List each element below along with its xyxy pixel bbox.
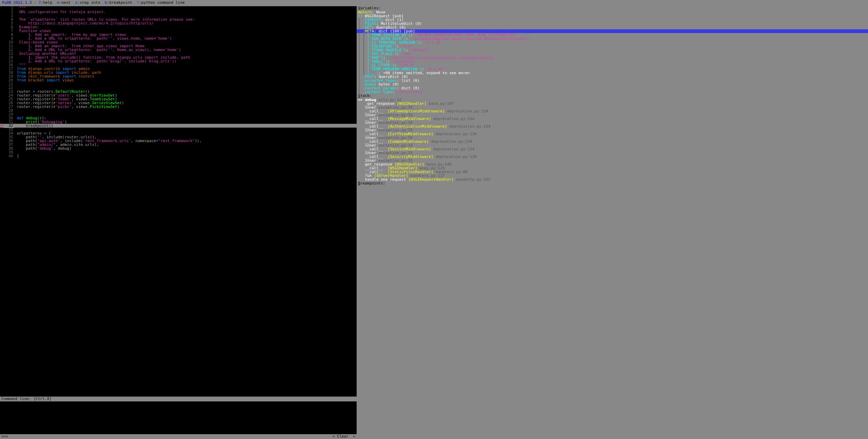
variable-row[interactable]: r: WSGIRequest [pub] [357,14,868,18]
code-line[interactable]: 5 https://docs.djangoproject.com/en/4.2/… [0,21,357,25]
line-source: ] [17,154,19,158]
code-line[interactable]: 15 2. Add a URL to urlpatterns: path('bl… [0,59,357,63]
line-source: path('debug', debug) [17,146,72,151]
variable-row[interactable]: | | [...]: <98 items omitted, expand to … [357,71,868,75]
variable-row[interactable]: | | ['COLORFGBG']: '7;0' [357,44,868,48]
variable-row[interactable]: | .content_type: 'text/plain' [357,90,868,94]
code-line[interactable]: 20 from bracket import views [0,78,357,82]
variable-row[interactable]: | | ['PWD']: '/Users/juhis/code/pudotusp… [357,56,868,60]
command-line-output [0,401,357,434]
command-line-prompt[interactable]: >>> [1,435,333,439]
variable-row[interactable]: | .POST: QueryDict (0) [357,75,868,79]
variable-row[interactable]: | .FILES: MultiValueDict (0) [357,22,868,26]
stack-frame[interactable]: __call__ [CommonMiddleware] deprecation.… [357,140,868,143]
stack-header[interactable]: Stack: [357,94,868,98]
variable-row[interactable]: | .content_params: dict (0) [357,86,868,90]
source-code-pane[interactable]: 1 """2 URL configuration for tietaja pro… [0,6,357,397]
line-source: router.register(r'picks', views.PicksVie… [17,104,120,109]
stack-frame[interactable]: handle_one_request [WSGIRequestHandler] … [357,178,868,181]
code-line[interactable]: 29 [0,112,357,116]
stack-frame[interactable]: _get_response [WSGIHandler] base.py:197 [357,102,868,106]
code-line[interactable]: 21 [0,82,357,86]
stack-frame[interactable]: __call__ [MessageMiddleware] deprecation… [357,117,868,121]
variable-row[interactable]: | .body: bytes (0) [357,82,868,86]
line-source: from bracket import views [17,78,74,82]
breakpoints-header[interactable]: Breakpoints: [357,181,868,186]
stack-frame[interactable]: __call__ [AuthenticationMiddleware] depr… [357,124,868,128]
stack-frame[interactable]: __call__ [XFrameOptionsMiddleware] depre… [357,109,868,113]
title-bar: PuDB 2022.1.3 - ?:help n:next s:step int… [0,0,868,6]
variable-row[interactable]: | .accepted_types: list (6) [357,79,868,82]
clear-button[interactable]: < Clear > [333,435,355,439]
code-line[interactable]: 31 print('Debugging') [0,120,357,124]
stack-frame[interactable]: __call__ [SecurityMiddleware] deprecatio… [357,155,868,159]
code-line[interactable]: 38 path('debug', debug) [0,147,357,150]
command-line-header: Command line: [Ctrl-X] [0,397,357,401]
code-line[interactable]: 6 Examples: [0,25,357,29]
stack-pane[interactable]: >> debug urls.py:32 _get_response [WSGIH… [357,98,868,181]
app-name: PuDB 2022.1.3 [2,0,32,5]
line-source: breakpoint() [17,123,53,128]
line-source: URL configuration for tietaja project. [17,10,106,14]
variables-header[interactable]: Variables: [357,6,868,10]
stack-frame[interactable]: __call__ [CsrfViewMiddleware] deprecatio… [357,132,868,136]
breakpoints-pane[interactable] [357,186,868,439]
line-number: 40 [3,154,14,158]
variable-row[interactable]: | .GET: QueryDict (0) [357,26,868,29]
code-line[interactable]: 33 [0,128,357,131]
stack-frame[interactable]: __call__ [SessionMiddleware] deprecation… [357,147,868,151]
code-line[interactable]: 39 [0,150,357,154]
variables-pane[interactable]: Return: None r: WSGIRequest [pub]| .COOK… [357,10,868,94]
code-line[interactable]: 40 ] [0,154,357,158]
line-source: 2. Add a URL to urlpatterns: path('blog/… [17,59,177,63]
code-line[interactable]: >*32 breakpoint() [0,124,357,128]
code-line[interactable]: 27 router.register(r'picks', views.Picks… [0,105,357,109]
code-line[interactable]: 28 [0,109,357,112]
code-line[interactable]: 2 URL configuration for tietaja project. [0,10,357,14]
variable-row[interactable]: | | ['LC_TERMINAL_VERSION']: '3.4.19' [357,41,868,44]
variable-row[interactable]: | .COOKIES: dict (1) [357,18,868,22]
variable-row[interactable]: | | ['SHELL']: '/bin/zsh' [357,60,868,63]
variable-row[interactable]: | | ['ITERM_PROFILE']: 'Default' [357,48,868,52]
